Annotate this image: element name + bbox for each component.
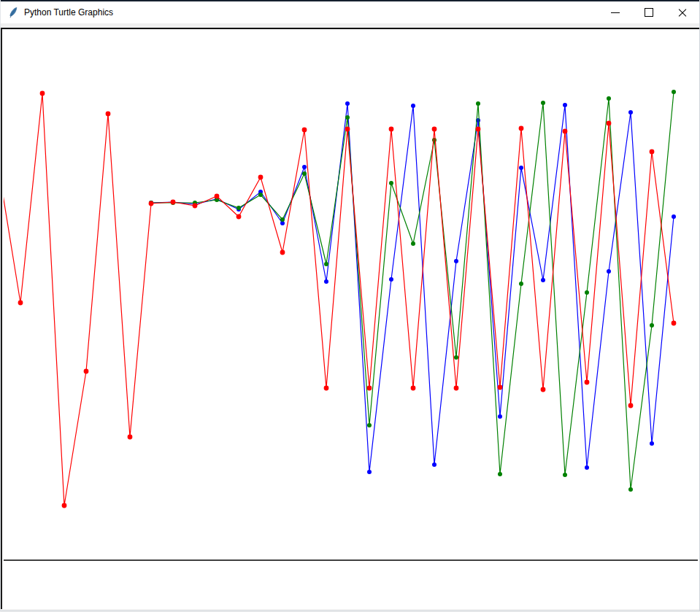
turtle-canvas <box>1 28 699 609</box>
maximize-icon <box>645 8 653 17</box>
minimize-icon <box>611 12 620 13</box>
title-bar[interactable]: Python Turtle Graphics <box>1 1 699 23</box>
python-feather-icon <box>7 7 19 18</box>
minimize-button[interactable] <box>599 1 632 23</box>
window-controls <box>599 1 699 23</box>
window-title: Python Turtle Graphics <box>24 7 113 18</box>
close-icon <box>678 8 687 17</box>
maximize-button[interactable] <box>632 1 666 23</box>
close-button[interactable] <box>666 1 699 23</box>
app-window: Python Turtle Graphics <box>0 0 700 611</box>
